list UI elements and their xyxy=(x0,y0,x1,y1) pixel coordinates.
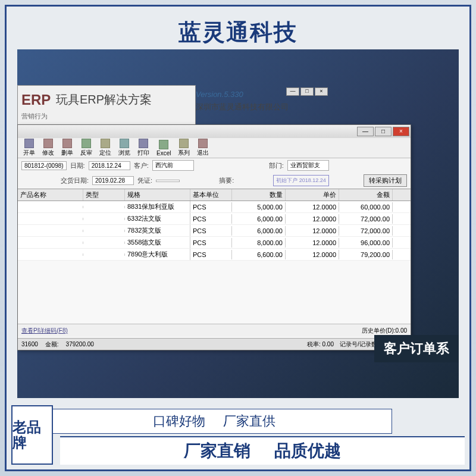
form-row-2: 交货日期: 2019.02.28 凭证: 摘要: 初始下户 2018.12.24… xyxy=(18,173,411,189)
order-no-field[interactable]: 801812-(0098) xyxy=(21,161,67,170)
banner-text-a: 口碑好物 xyxy=(153,412,205,430)
table-body: 8831保加利亚版PCS5,000.0012.000060,000.006332… xyxy=(18,201,411,261)
view-pi-link[interactable]: 查看PI详细码(F8) xyxy=(21,327,68,335)
col-product-name[interactable]: 产品名称 xyxy=(18,189,83,201)
summary-label: 摘要: xyxy=(219,176,234,185)
erp-company: 深圳市蓝灵通科技有限公司 xyxy=(196,102,289,112)
toolbar-browse-button[interactable]: 浏览 xyxy=(115,138,133,158)
date-field[interactable]: 2018.12.24 xyxy=(89,161,130,170)
date-label: 日期: xyxy=(70,161,85,170)
tax-rate: 税率: 0.00 xyxy=(307,340,334,349)
convert-plan-button[interactable]: 转采购计划 xyxy=(364,174,407,187)
check-icon xyxy=(82,139,91,148)
screen-area: — □ × ERP 玩具ERP解决方案 营销行为 Version.5.330 深… xyxy=(17,49,459,398)
table-row[interactable]: 8831保加利亚版PCS5,000.0012.000060,000.00 xyxy=(18,201,411,213)
erp-title: 玩具ERP解决方案 xyxy=(56,92,152,108)
erp-version: Version.5.330 xyxy=(196,90,243,99)
toolbar-edit-button[interactable]: 修改 xyxy=(39,138,57,158)
toolbar-exit-button[interactable]: 退出 xyxy=(194,138,212,158)
order-titlebar: — □ × xyxy=(18,125,411,138)
exit-icon xyxy=(198,139,208,148)
delete-icon xyxy=(62,139,72,148)
edit-icon xyxy=(43,139,53,148)
toolbar-excel-button[interactable]: Excel xyxy=(154,139,174,157)
toolbar-print-button[interactable]: 打印 xyxy=(134,138,152,158)
dept-label: 部门: xyxy=(269,161,284,170)
series-icon xyxy=(179,139,189,148)
erp-subtitle: 营销行为 xyxy=(21,112,48,121)
col-spec[interactable]: 规格 xyxy=(125,189,190,201)
col-unit[interactable]: 基本单位 xyxy=(190,189,232,201)
corner-tag: 客户订单系 xyxy=(374,335,459,362)
toolbar-series-button[interactable]: 系列 xyxy=(175,138,193,158)
excel-icon xyxy=(159,140,168,149)
maximize-icon[interactable]: □ xyxy=(300,87,314,96)
col-qty[interactable]: 数量 xyxy=(232,189,286,201)
left-tag: 老品牌 xyxy=(11,405,53,465)
toolbar-unreview-button[interactable]: 反审 xyxy=(77,138,95,158)
new-icon xyxy=(24,139,34,148)
print-icon xyxy=(139,139,148,148)
locate-icon xyxy=(101,139,110,148)
close-button[interactable]: × xyxy=(393,127,409,136)
form-row-1: 801812-(0098) 日期: 2018.12.24 客户: 西汽前 部门:… xyxy=(18,158,411,173)
col-type[interactable]: 类型 xyxy=(83,189,125,201)
dept-field[interactable]: 业西贸部支 xyxy=(287,160,329,171)
table-row[interactable]: 6332法文版PCS6,000.0012.000072,000.00 xyxy=(18,213,411,225)
voucher-label: 凭证: xyxy=(137,176,152,185)
deliver-label: 交货日期: xyxy=(61,176,89,185)
minimize-icon[interactable]: — xyxy=(286,87,299,96)
toolbar: 开单 修改 删单 反审 定位 浏览 打印 Excel 系列 退出 xyxy=(18,138,411,158)
minimize-button[interactable]: — xyxy=(357,127,374,136)
toolbar-locate-button[interactable]: 定位 xyxy=(96,138,114,158)
table-footer: 查看PI详细码(F8) 历史单价(D):0.00 xyxy=(18,324,411,337)
col-amount[interactable]: 金额 xyxy=(339,189,393,201)
toolbar-new-button[interactable]: 开单 xyxy=(20,138,38,158)
brand-title: 蓝灵通科技 xyxy=(178,17,298,48)
total-qty: 31600 xyxy=(21,341,38,347)
bottom-text-b: 品质优越 xyxy=(274,440,341,462)
table-header: 产品名称 类型 规格 基本单位 数量 单价 金额 xyxy=(18,189,411,201)
col-price[interactable]: 单价 xyxy=(286,189,339,201)
customer-label: 客户: xyxy=(134,161,149,170)
customer-field[interactable]: 西汽前 xyxy=(152,160,194,171)
close-icon[interactable]: × xyxy=(315,87,328,96)
toolbar-delete-button[interactable]: 删单 xyxy=(58,138,76,158)
banner-text-b: 厂家直供 xyxy=(223,412,275,430)
voucher-field[interactable] xyxy=(156,180,180,182)
table-row[interactable]: 3558德文版PCS8,000.0012.000096,000.00 xyxy=(18,237,411,249)
bottom-text-a: 厂家直销 xyxy=(184,440,250,462)
bottom-main-banner: 厂家直销 品质优越 xyxy=(60,436,465,465)
erp-logo: ERP xyxy=(21,92,51,108)
maximize-button[interactable]: □ xyxy=(375,127,392,136)
table-row[interactable]: 7890意大利版PCS6,600.0012.000079,200.00 xyxy=(18,249,411,261)
status-bar: 31600 金额: 379200.00 税率: 0.00 记录号/记录数:[1/… xyxy=(18,338,411,350)
parent-window-controls: — □ × xyxy=(286,87,328,96)
amount-value: 379200.00 xyxy=(66,341,94,347)
info-box: 初始下户 2018.12.24 xyxy=(273,175,329,186)
history-price-label: 历史单价(D):0.00 xyxy=(362,327,407,334)
mid-banner: 口碑好物 厂家直供 xyxy=(36,409,392,434)
amount-label: 金额: xyxy=(45,340,59,349)
browse-icon xyxy=(120,139,129,148)
deliver-field[interactable]: 2019.02.28 xyxy=(92,176,134,185)
order-window: — □ × 开单 修改 删单 反审 定位 浏览 打印 Excel 系列 退出 8… xyxy=(17,124,411,350)
table-row[interactable]: 7832英文版PCS6,000.0012.000072,000.00 xyxy=(18,225,411,237)
